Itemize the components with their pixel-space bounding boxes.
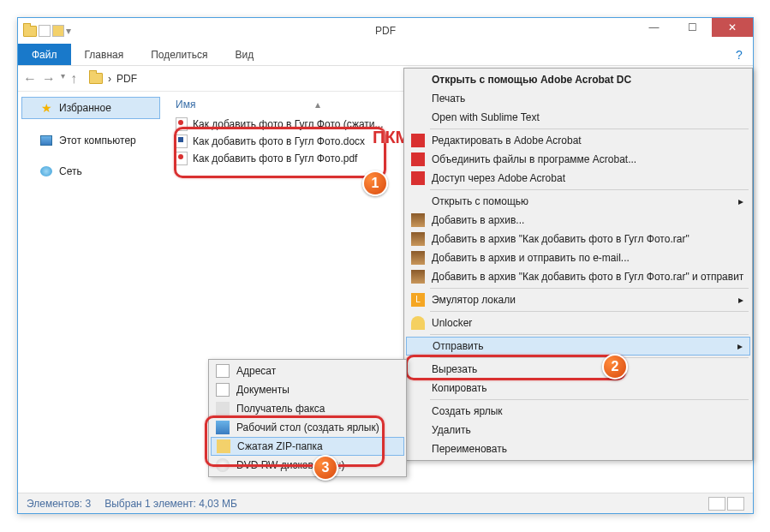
key-icon	[411, 316, 425, 330]
breadcrumb-item[interactable]: PDF	[116, 73, 137, 85]
adobe-icon	[411, 171, 425, 185]
qat-btn[interactable]	[39, 25, 51, 37]
ctx-cut[interactable]: Вырезать	[406, 360, 750, 379]
close-button[interactable]: ✕	[712, 18, 753, 37]
docx-icon	[176, 134, 188, 148]
view-switcher	[708, 497, 744, 511]
adobe-icon	[411, 152, 425, 166]
sendto-documents[interactable]: Документы	[211, 380, 404, 399]
view-icons[interactable]	[727, 497, 744, 511]
nav-pane: ★ Избранное Этот компьютер Сеть	[18, 92, 164, 493]
nav-forward[interactable]: →	[42, 71, 56, 87]
sendto-fax[interactable]: Получатель факса	[211, 399, 404, 418]
maximize-button[interactable]: ☐	[673, 18, 712, 37]
context-menu-sendto: Адресат Документы Получатель факса Рабоч…	[208, 359, 407, 477]
rar-icon	[411, 251, 425, 265]
qat-btn[interactable]	[52, 25, 64, 37]
document-icon	[216, 383, 230, 397]
sendto-addressee[interactable]: Адресат	[211, 362, 404, 380]
zip-folder-icon	[217, 439, 230, 453]
nav-recent[interactable]: ▾	[61, 71, 65, 87]
status-count: Элементов: 3	[27, 498, 91, 510]
nav-arrows: ← → ▾ ↑	[23, 71, 77, 87]
sidebar-favorites[interactable]: ★ Избранное	[21, 97, 160, 119]
ctx-print[interactable]: Печать	[406, 89, 750, 108]
ctx-delete[interactable]: Удалить	[406, 421, 750, 439]
tab-share[interactable]: Поделиться	[137, 44, 221, 65]
ctx-open-acrobat[interactable]: Открыть с помощью Adobe Acrobat DC	[406, 70, 750, 89]
star-icon: ★	[41, 101, 52, 115]
sort-indicator: ▴	[315, 99, 320, 111]
ctx-unlocker[interactable]: Unlocker	[406, 314, 750, 332]
qat: ▾	[18, 25, 76, 37]
minimize-button[interactable]: —	[635, 18, 673, 37]
rar-icon	[411, 213, 425, 227]
tab-home[interactable]: Главная	[71, 44, 138, 65]
folder-icon	[23, 26, 37, 37]
tab-view[interactable]: Вид	[221, 44, 267, 65]
breadcrumb-sep: ›	[108, 73, 111, 85]
ribbon-tabs: Файл Главная Поделиться Вид ?	[18, 44, 753, 66]
tab-file[interactable]: Файл	[18, 44, 71, 65]
ctx-add-rar-send[interactable]: Добавить в архив "Как добавить фото в Гу…	[406, 267, 750, 286]
file-name: Как добавить фото в Гугл Фото.pdf	[193, 152, 357, 164]
qat-dropdown[interactable]: ▾	[66, 25, 71, 37]
contact-icon	[216, 364, 230, 378]
window-title: PDF	[375, 25, 396, 37]
file-name: Как добавить фото в Гугл Фото (сжати...	[193, 118, 384, 130]
sidebar-label: Этот компьютер	[59, 134, 136, 146]
sidebar-computer[interactable]: Этот компьютер	[18, 131, 164, 150]
window-controls: — ☐ ✕	[635, 18, 753, 37]
breadcrumb[interactable]: › PDF	[84, 73, 142, 85]
computer-icon	[40, 135, 52, 146]
rar-icon	[411, 270, 425, 284]
ctx-send-to[interactable]: Отправить▸	[406, 337, 750, 356]
submenu-arrow-icon: ▸	[738, 294, 743, 306]
locale-icon: L	[411, 293, 425, 307]
explorer-window: ▾ PDF — ☐ ✕ Файл Главная Поделиться Вид …	[17, 17, 754, 514]
ctx-shortcut[interactable]: Создать ярлык	[406, 402, 750, 421]
ctx-locale-emu[interactable]: LЭмулятор локали▸	[406, 290, 750, 309]
sidebar-network[interactable]: Сеть	[18, 162, 164, 181]
submenu-arrow-icon: ▸	[737, 340, 743, 352]
ribbon-help-button[interactable]: ?	[725, 44, 753, 65]
ctx-access-acrobat[interactable]: Доступ через Adobe Acrobat	[406, 169, 750, 188]
pdf-icon	[176, 117, 188, 131]
sendto-dvd[interactable]: DVD RW дисковод (D:)	[211, 456, 404, 475]
rar-icon	[411, 232, 425, 246]
dvd-icon	[216, 458, 230, 472]
ctx-rename[interactable]: Переименовать	[406, 439, 750, 458]
ctx-add-rar[interactable]: Добавить в архив "Как добавить фото в Гу…	[406, 230, 750, 248]
nav-back[interactable]: ←	[23, 71, 37, 87]
sidebar-label: Избранное	[59, 102, 111, 114]
folder-icon	[89, 73, 103, 84]
ctx-add-email[interactable]: Добавить в архив и отправить по e-mail..…	[406, 248, 750, 267]
desktop-icon	[216, 421, 230, 434]
submenu-arrow-icon: ▸	[738, 195, 743, 207]
sidebar-label: Сеть	[59, 165, 82, 177]
ctx-open-sublime[interactable]: Open with Sublime Text	[406, 108, 750, 127]
nav-up[interactable]: ↑	[70, 71, 77, 87]
statusbar: Элементов: 3 Выбран 1 элемент: 4,03 МБ	[18, 493, 753, 513]
ctx-copy[interactable]: Копировать	[406, 379, 750, 398]
ctx-combine-acrobat[interactable]: Объединить файлы в программе Acrobat...	[406, 150, 750, 169]
adobe-icon	[411, 134, 425, 147]
view-details[interactable]	[708, 497, 725, 511]
fax-icon	[216, 402, 230, 415]
status-selection: Выбран 1 элемент: 4,03 МБ	[104, 498, 237, 510]
context-menu-main: Открыть с помощью Adobe Acrobat DC Печат…	[403, 68, 753, 461]
titlebar: ▾ PDF — ☐ ✕	[18, 18, 753, 44]
ctx-edit-acrobat[interactable]: Редактировать в Adobe Acrobat	[406, 131, 750, 150]
sendto-zip[interactable]: Сжатая ZIP-папка	[211, 437, 404, 456]
sendto-desktop[interactable]: Рабочий стол (создать ярлык)	[211, 418, 404, 437]
ctx-add-archive[interactable]: Добавить в архив...	[406, 211, 750, 230]
file-name: Как добавить фото в Гугл Фото.docx	[193, 135, 365, 147]
ctx-open-with[interactable]: Открыть с помощью▸	[406, 192, 750, 211]
pdf-icon	[176, 152, 188, 165]
network-icon	[40, 166, 52, 176]
